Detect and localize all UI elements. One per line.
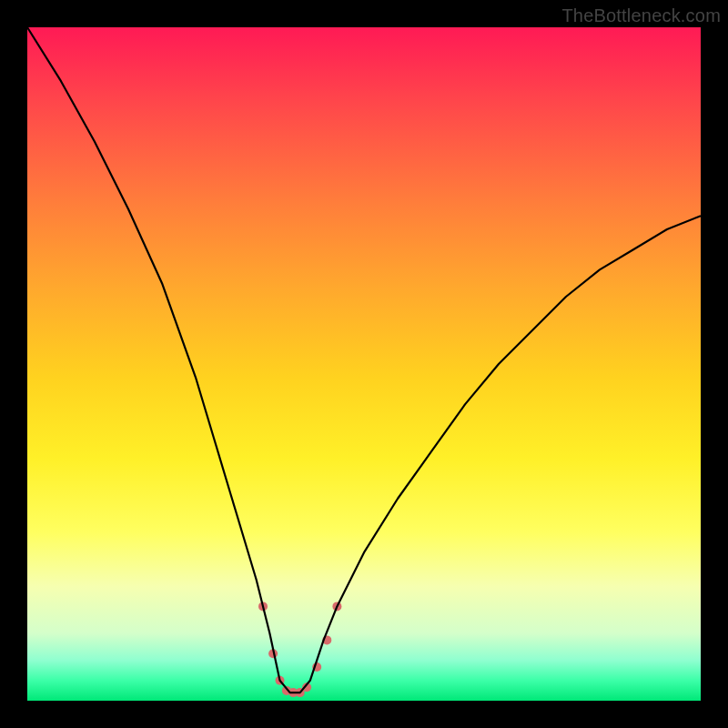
plot-area: [27, 27, 701, 701]
chart-frame: TheBottleneck.com: [0, 0, 728, 728]
watermark-text: TheBottleneck.com: [561, 5, 721, 26]
chart-svg: [27, 27, 701, 701]
bottleneck-curve-path: [27, 27, 701, 693]
bottleneck-curve-series: [27, 27, 701, 693]
valley-highlight-series: [258, 602, 341, 697]
